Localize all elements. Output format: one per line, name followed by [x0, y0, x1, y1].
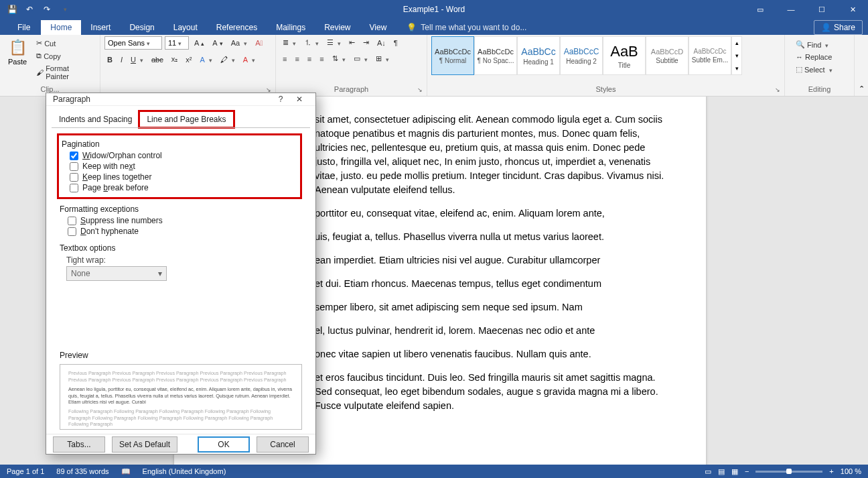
minimize-icon[interactable]: —: [776, 0, 806, 19]
body-paragraph[interactable]: el, luctus pulvinar, hendrerit id, lorem…: [315, 324, 666, 338]
keep-with-next-checkbox[interactable]: [70, 162, 78, 171]
shrink-font-button[interactable]: A▾: [210, 38, 225, 48]
status-language[interactable]: English (United Kingdom): [143, 467, 226, 475]
body-paragraph[interactable]: uis, feugiat a, tellus. Phasellus viverr…: [315, 230, 666, 244]
body-paragraph[interactable]: et dui. Etiam rhoncus. Maecenas tempus, …: [315, 277, 666, 291]
align-right-button[interactable]: ≡: [305, 54, 314, 64]
collapse-ribbon-icon[interactable]: ⌃: [855, 35, 868, 96]
keep-lines-together-label[interactable]: Keep lines together: [82, 172, 151, 182]
dont-hyphenate-checkbox[interactable]: [68, 227, 76, 236]
style-gallery[interactable]: AaBbCcDc¶ NormalAaBbCcDc¶ No Spac...AaBb…: [431, 36, 780, 75]
align-left-button[interactable]: ≡: [280, 54, 289, 64]
read-mode-icon[interactable]: ▭: [705, 467, 711, 476]
status-page[interactable]: Page 1 of 1: [7, 467, 44, 475]
find-button[interactable]: 🔍Find: [793, 39, 846, 50]
print-layout-icon[interactable]: ▤: [718, 467, 725, 476]
multilevel-list-button[interactable]: ☰: [324, 37, 344, 48]
justify-button[interactable]: ≡: [317, 54, 326, 64]
tell-me-search[interactable]: 💡 Tell me what you want to do...: [401, 20, 532, 35]
body-paragraph[interactable]: ean imperdiet. Etiam ultricies nisi vel …: [315, 253, 666, 267]
style-item-heading-2[interactable]: AaBbCcCHeading 2: [560, 36, 603, 75]
save-icon[interactable]: 💾: [4, 1, 20, 17]
tab-layout[interactable]: Layout: [164, 20, 207, 35]
tabs-button[interactable]: Tabs...: [53, 436, 105, 453]
keep-lines-together-checkbox[interactable]: [70, 173, 78, 182]
page-break-before-checkbox[interactable]: [70, 184, 78, 192]
replace-button[interactable]: ↔Replace: [793, 52, 846, 62]
borders-button[interactable]: ⊞: [373, 53, 392, 64]
ribbon-display-icon[interactable]: ▭: [745, 0, 776, 19]
styles-launcher-icon[interactable]: ↘: [775, 86, 780, 93]
styles-more-button[interactable]: ▴▾▾: [731, 36, 742, 75]
dialog-close-icon[interactable]: ✕: [290, 95, 309, 104]
paragraph-launcher-icon[interactable]: ↘: [417, 86, 423, 93]
copy-button[interactable]: ⧉Copy: [33, 50, 96, 62]
suppress-line-numbers-label[interactable]: Suppress line numbers: [80, 216, 163, 225]
font-color-button[interactable]: A: [240, 54, 258, 65]
align-center-button[interactable]: ≡: [292, 54, 301, 64]
set-default-button[interactable]: Set As Default: [112, 436, 177, 453]
tab-file[interactable]: File: [7, 20, 41, 35]
dialog-tab-indents[interactable]: Indents and Spacing: [52, 111, 139, 127]
grow-font-button[interactable]: A▴: [192, 38, 207, 48]
tab-review[interactable]: Review: [315, 20, 360, 35]
body-paragraph[interactable]: sit amet, consectetuer adipiscing elit. …: [315, 113, 666, 197]
keep-with-next-label[interactable]: Keep with next: [82, 162, 135, 171]
zoom-in-icon[interactable]: +: [829, 467, 833, 475]
tab-home[interactable]: Home: [41, 20, 81, 35]
cut-button[interactable]: ✂Cut: [33, 38, 96, 49]
tab-references[interactable]: References: [207, 20, 267, 35]
numbering-button[interactable]: ⒈: [301, 36, 321, 49]
select-button[interactable]: ⬚Select: [793, 64, 846, 75]
zoom-slider[interactable]: [755, 471, 822, 473]
web-layout-icon[interactable]: ▦: [731, 467, 738, 476]
font-size-combo[interactable]: 11: [165, 36, 189, 50]
increase-indent-button[interactable]: ⇥: [360, 37, 372, 48]
format-painter-button[interactable]: 🖌Format Painter: [33, 63, 96, 82]
body-paragraph[interactable]: onec vitae sapien ut libero venenatis fa…: [315, 347, 666, 361]
maximize-icon[interactable]: ☐: [806, 0, 837, 19]
change-case-button[interactable]: Aa: [228, 38, 250, 48]
dialog-help-icon[interactable]: ?: [271, 95, 290, 104]
tab-mailings[interactable]: Mailings: [267, 20, 315, 35]
highlight-button[interactable]: 🖍: [218, 54, 238, 65]
show-marks-button[interactable]: ¶: [391, 38, 401, 48]
body-paragraph[interactable]: et eros faucibus tincidunt. Duis leo. Se…: [315, 371, 666, 413]
superscript-button[interactable]: x²: [183, 54, 194, 65]
dialog-titlebar[interactable]: Paragraph ? ✕: [46, 93, 315, 106]
suppress-line-numbers-checkbox[interactable]: [68, 217, 76, 225]
widow-orphan-label[interactable]: Widow/Orphan control: [82, 151, 162, 160]
style-item-heading-1[interactable]: AaBbCcHeading 1: [517, 36, 560, 75]
page-break-before-label[interactable]: Page break before: [82, 183, 149, 192]
shading-button[interactable]: ▭: [351, 53, 370, 64]
style-item-subtle-em---[interactable]: AaBbCcDcSubtle Em...: [689, 36, 731, 75]
proofing-icon[interactable]: 📖: [121, 467, 131, 476]
body-paragraph[interactable]: porttitor eu, consequat vitae, eleifend …: [315, 206, 666, 221]
clear-formatting-button[interactable]: A⃠: [252, 38, 265, 48]
bullets-button[interactable]: ≣: [280, 37, 299, 48]
sort-button[interactable]: A↓: [374, 38, 388, 48]
redo-icon[interactable]: ↷: [39, 1, 55, 17]
style-item---normal[interactable]: AaBbCcDc¶ Normal: [431, 36, 474, 75]
qat-customize-icon[interactable]: [56, 1, 72, 17]
font-name-combo[interactable]: Open Sans: [104, 36, 162, 50]
zoom-out-icon[interactable]: −: [745, 467, 749, 475]
subscript-button[interactable]: x₂: [169, 54, 181, 65]
decrease-indent-button[interactable]: ⇤: [346, 37, 358, 48]
cancel-button[interactable]: Cancel: [257, 436, 309, 453]
body-paragraph[interactable]: semper libero, sit amet adipiscing sem n…: [315, 300, 666, 314]
bold-button[interactable]: B: [104, 54, 115, 65]
paste-button[interactable]: 📋 Paste: [4, 36, 31, 68]
tab-insert[interactable]: Insert: [81, 20, 120, 35]
dont-hyphenate-label[interactable]: Don't hyphenate: [80, 227, 139, 236]
widow-orphan-checkbox[interactable]: [70, 152, 78, 160]
zoom-level[interactable]: 100 %: [841, 467, 861, 475]
ok-button[interactable]: OK: [198, 436, 250, 453]
dialog-tab-breaks[interactable]: Line and Page Breaks: [139, 111, 233, 127]
undo-icon[interactable]: ↶: [21, 1, 38, 17]
text-effects-button[interactable]: A: [197, 54, 214, 65]
line-spacing-button[interactable]: ⇅: [330, 53, 348, 64]
style-item-title[interactable]: AaBTitle: [603, 36, 646, 75]
tab-design[interactable]: Design: [120, 20, 163, 35]
style-item---no-spac---[interactable]: AaBbCcDc¶ No Spac...: [474, 36, 517, 75]
